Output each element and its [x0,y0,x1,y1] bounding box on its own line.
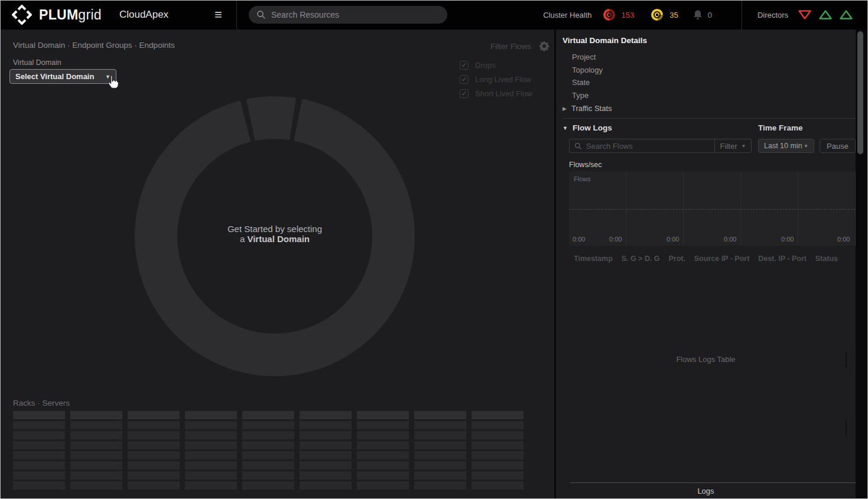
server-slot [185,421,237,429]
alert-count: 0 [708,11,712,19]
server-slot [70,411,122,419]
racks-grid [13,411,524,490]
logs-divider [570,482,856,483]
flows-search[interactable] [570,139,714,152]
directors-group: Directors [742,8,868,21]
chevron-down-icon: ▼ [804,143,808,149]
rack-column[interactable] [13,411,65,490]
mouse-cursor-icon [107,74,119,90]
server-slot [300,461,352,469]
flows-per-sec-label: Flows/sec [569,161,602,169]
server-slot [357,481,409,490]
flow-logs-toggle[interactable]: ▼ Flow Logs [563,123,612,132]
panel-scrollbar-thumb[interactable] [857,31,863,154]
server-slot [357,431,409,439]
donut-empty-message: Get Started by selecting a Virtual Domai… [192,224,357,244]
rack-column[interactable] [70,411,122,490]
brand-group: PLUMgrid CloudApex [0,5,168,25]
server-slot [242,471,294,480]
server-slot [185,481,237,490]
breadcrumb[interactable]: Virtual Domain · Endpoint Groups · Endpo… [13,41,175,50]
panel-title: Virtual Domain Details [563,36,647,45]
server-slot [300,441,352,449]
x-axis-tick: 0:00 [573,236,585,243]
server-slot [128,431,180,439]
rack-column[interactable] [185,411,237,490]
server-slot [128,471,180,480]
rack-column[interactable] [414,411,466,490]
app-header: PLUMgrid CloudApex ≡ Cluster Health 153 … [0,0,868,30]
director-status-up-icon[interactable] [838,8,854,21]
server-slot [70,451,122,459]
server-slot [13,441,65,449]
section-divider [563,118,856,119]
pause-button[interactable]: Pause [820,139,856,153]
server-slot [414,431,466,439]
detail-fields: Project Topology State Type [572,51,603,102]
flow-logs-label: Flow Logs [573,123,612,132]
x-axis-tick: 0:00 [609,236,622,243]
chart-series-label: Flows [574,175,591,182]
server-slot [185,431,237,439]
checkbox-checked-icon: ✓ [460,61,469,70]
search-input[interactable] [271,10,440,19]
server-slot [13,431,65,439]
col-dest-ip: Dest. IP - Port [758,255,807,263]
server-slot [300,471,352,480]
filter-flows-options: ✓ Drops ✓ Long Lived Flow ✓ Short Lived … [460,58,532,100]
virtual-domain-select[interactable]: Select Virtual Domain ▼ [9,69,116,84]
server-slot [185,411,237,419]
global-search[interactable] [249,6,447,24]
flows-search-input[interactable] [586,142,710,151]
brand-name: PLUMgrid [39,7,102,23]
flows-table-empty-label: Flows Logs Table [556,355,856,364]
col-source-ip: Source IP - Port [694,255,750,263]
rack-column[interactable] [242,411,294,490]
server-slot [70,441,122,449]
traffic-stats-toggle[interactable]: ▶ Traffic Stats [563,104,612,113]
checkbox-short-lived-flow[interactable]: ✓ Short Lived Flow [460,86,532,100]
server-slot [472,431,524,439]
panel-scrollbar-track[interactable] [856,30,868,499]
gear-icon[interactable] [539,41,550,51]
server-slot [70,421,122,429]
server-slot [472,421,524,429]
checkbox-long-lived-flow[interactable]: ✓ Long Lived Flow [460,72,532,86]
racks-servers-label: Racks · Servers [13,399,70,407]
server-slot [128,461,180,469]
x-axis-tick: 0:00 [667,236,679,243]
bell-icon[interactable] [693,9,703,20]
server-slot [128,451,180,459]
filter-dropdown[interactable]: Filter ▼ [714,139,751,152]
time-range-select[interactable]: Last 10 min ▼ [758,139,814,153]
warning-gauge-icon[interactable] [650,8,664,22]
x-axis-tick: 0:00 [837,236,850,243]
server-slot [472,471,524,480]
server-slot [472,441,524,449]
server-slot [242,441,294,449]
panel-mark [846,353,847,367]
server-slot [300,421,352,429]
menu-button[interactable]: ≡ [214,8,222,21]
server-slot [242,461,294,469]
flows-table-header: Timestamp S. G > D. G Prot. Source IP - … [574,255,838,263]
server-slot [242,411,294,419]
rack-column[interactable] [357,411,409,490]
checkbox-drops[interactable]: ✓ Drops [460,58,532,72]
director-status-down-icon[interactable] [797,8,812,21]
server-slot [242,481,294,490]
rack-column[interactable] [472,411,524,490]
rack-column[interactable] [128,411,180,490]
server-slot [242,451,294,459]
col-protocol: Prot. [668,255,685,263]
directors-label: Directors [758,11,788,19]
server-slot [357,461,409,469]
critical-gauge-icon[interactable] [602,8,616,22]
server-slot [472,481,524,490]
director-status-up-icon[interactable] [818,8,833,21]
rack-column[interactable] [300,411,352,490]
server-slot [357,451,409,459]
menu-icon: ≡ [214,7,222,22]
logs-section-label[interactable]: Logs [556,487,856,495]
server-slot [414,441,466,449]
